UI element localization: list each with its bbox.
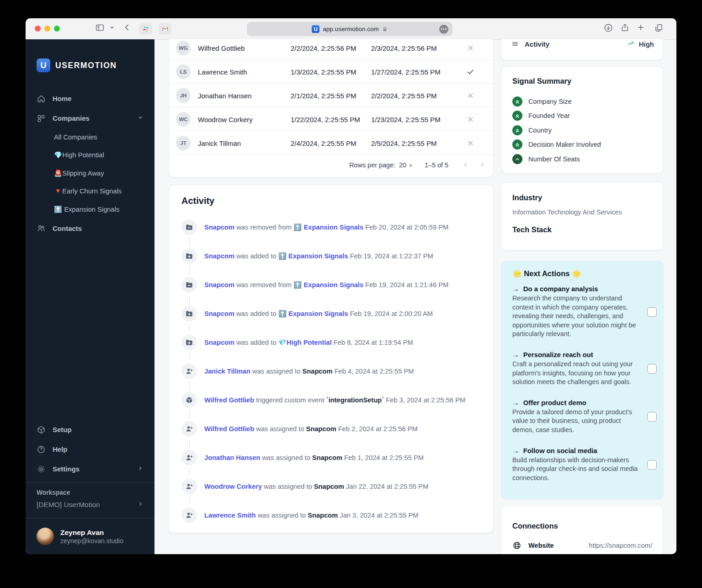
activity-link[interactable]: Snapcom: [204, 310, 234, 317]
zoom-window-button[interactable]: [54, 26, 60, 32]
check-icon[interactable]: [463, 67, 477, 76]
activity-timestamp: Feb 19, 2024 at 2:00:20 AM: [348, 310, 433, 317]
table-row[interactable]: LS Lawrence Smith 1/3/2024, 2:25:55 PM 1…: [169, 60, 493, 84]
sidebar-divider: [26, 518, 154, 519]
browser-toolbar: U app.usermotion.com: [26, 18, 676, 40]
sidebar-item-expansion-signals[interactable]: ⬆️ Expansion Signals: [26, 200, 154, 219]
activity-link[interactable]: Wilfred Gottlieb: [204, 396, 254, 404]
url-bar[interactable]: U app.usermotion.com: [247, 22, 452, 36]
x-icon[interactable]: [463, 115, 477, 123]
activity-link[interactable]: Janick Tillman: [204, 368, 250, 375]
activity-score-card: Activity High: [501, 39, 664, 60]
next-action-item: →Personalize reach out Craft a personali…: [512, 351, 657, 387]
x-icon[interactable]: [463, 44, 477, 52]
user-menu[interactable]: Zeynep Avan zeynep@kovan.studio: [26, 522, 154, 554]
next-action-checkbox[interactable]: [647, 412, 657, 422]
activity-link[interactable]: Expansion Signals: [288, 252, 348, 260]
activity-link[interactable]: Snapcom: [204, 224, 234, 231]
activity-timestamp: Feb 19, 2024 at 1:22:37 PM: [348, 252, 433, 260]
table-row[interactable]: WC Woodrow Corkery 1/22/2024, 2:25:55 PM…: [169, 107, 493, 131]
double-chevron-up-badge-icon: [512, 125, 522, 135]
sidebar-item-help[interactable]: Help: [26, 439, 154, 459]
share-icon[interactable]: [620, 23, 630, 32]
activity-link[interactable]: Expansion Signals: [288, 310, 348, 317]
signal-item: Founded Year: [512, 109, 654, 123]
activity-timestamp: Jan 3, 2024 at 2:25:55 PM: [338, 512, 418, 519]
activity-link[interactable]: Expansion Signals: [304, 224, 364, 231]
avatar: WG: [176, 41, 191, 55]
workspace-switcher[interactable]: [DEMO] UserMotion: [26, 496, 154, 514]
rows-per-page-select[interactable]: 20 ▾: [399, 161, 412, 169]
new-tab-icon[interactable]: [636, 23, 645, 32]
next-action-checkbox[interactable]: [647, 364, 657, 374]
next-action-item: →Offer product demo Provide a tailored d…: [512, 399, 657, 435]
toolbar-chevron-down-icon[interactable]: [109, 25, 115, 30]
activity-link[interactable]: Expansion Signals: [304, 281, 364, 289]
industry-title: Industry: [512, 193, 542, 202]
table-row[interactable]: WG Wilfred Gottlieb 2/2/2024, 2:25:56 PM…: [169, 39, 493, 60]
chevron-up-badge-icon: [512, 154, 522, 164]
gmail-icon[interactable]: [159, 23, 171, 35]
x-icon[interactable]: [463, 139, 477, 147]
previous-page-button[interactable]: [462, 161, 469, 170]
sidebar-toggle-icon[interactable]: [95, 23, 105, 32]
globe-icon: [512, 541, 521, 550]
contacts-table-card: WG Wilfred Gottlieb 2/2/2024, 2:25:56 PM…: [168, 39, 494, 177]
activity-link[interactable]: Wilfred Gottlieb: [204, 425, 254, 433]
user-plus-icon: [181, 421, 197, 437]
signal-label: Decision Maker Involved: [528, 141, 601, 148]
close-window-button[interactable]: [35, 26, 41, 32]
activity-item: Jonathan Hansen was assigned to Snapcom …: [181, 450, 486, 479]
x-icon[interactable]: [463, 91, 477, 99]
sidebar-item-slipping-away[interactable]: 🚨Slipping Away: [26, 164, 154, 182]
home-icon: [37, 94, 46, 103]
activity-link[interactable]: Snapcom: [204, 252, 234, 260]
website-label: Website: [528, 542, 554, 549]
next-action-description: Provide a tailored demo of your product'…: [512, 408, 632, 433]
sidebar-item-companies[interactable]: Companies: [26, 108, 154, 128]
url-more-icon[interactable]: [439, 25, 448, 34]
back-button[interactable]: [122, 23, 132, 32]
workspace-label: Workspace: [26, 486, 154, 496]
tab-overview-icon[interactable]: [654, 23, 664, 32]
activity-link[interactable]: Snapcom: [204, 281, 234, 289]
sidebar-item-early-churn-signals[interactable]: 🔻Early Churn Signals: [26, 182, 154, 201]
sidebar-item-settings[interactable]: Settings: [26, 459, 154, 479]
next-action-checkbox[interactable]: [647, 307, 657, 317]
next-action-description: Build relationships with decision-makers…: [512, 456, 638, 481]
slack-icon[interactable]: [139, 23, 152, 35]
sidebar-item-high-potential[interactable]: 💎High Potential: [26, 146, 154, 165]
sidebar-item-setup[interactable]: Setup: [26, 420, 154, 439]
activity-link[interactable]: Woodrow Corkery: [204, 483, 262, 490]
sidebar-item-all-companies[interactable]: All Companies: [26, 128, 154, 146]
minimize-window-button[interactable]: [44, 26, 50, 32]
traffic-lights[interactable]: [35, 26, 60, 32]
usermotion-logo: U USERMOTION: [37, 59, 117, 72]
table-row[interactable]: JT Janick Tillman 2/4/2024, 2:25:55 PM 2…: [169, 131, 493, 155]
activity-timestamp: Jan 22, 2024 at 2:25:55 PM: [344, 483, 429, 490]
activity-link[interactable]: Lawrence Smith: [204, 512, 256, 519]
activity-item: Woodrow Corkery was assigned to Snapcom …: [181, 479, 486, 508]
activity-link[interactable]: Jonathan Hansen: [204, 454, 260, 461]
activity-timestamp: Feb 19, 2024 at 1:21:46 PM: [363, 281, 448, 289]
table-row[interactable]: JH Jonathan Hansen 2/1/2024, 2:25:55 PM …: [169, 84, 493, 107]
activity-item: Lawrence Smith was assigned to Snapcom J…: [181, 508, 486, 523]
activity-item: Wilfred Gottlieb was assigned to Snapcom…: [181, 421, 486, 450]
website-url[interactable]: https://snapcom.com/: [589, 542, 652, 549]
sidebar-item-home[interactable]: Home: [26, 89, 154, 108]
activity-card: Activity Snapcom was removed from ⬆️ Exp…: [168, 185, 494, 533]
activity-text: ⬆️: [293, 281, 303, 289]
downloads-icon[interactable]: [603, 23, 613, 33]
first-date: 2/1/2024, 2:25:55 PM: [291, 91, 356, 99]
next-page-button[interactable]: [479, 161, 486, 170]
user-plus-icon: [181, 450, 197, 465]
activity-text: was added to: [234, 310, 278, 317]
activity-link[interactable]: Snapcom: [204, 339, 234, 346]
sidebar-item-contacts[interactable]: Contacts: [26, 219, 154, 238]
chevron-down-icon[interactable]: [137, 114, 144, 122]
folder-plus-icon: [181, 335, 197, 350]
contact-name: Wilfred Gottlieb: [198, 44, 245, 52]
avatar: JT: [176, 136, 191, 150]
next-action-checkbox[interactable]: [647, 460, 657, 470]
activity-link[interactable]: High Potential: [287, 339, 332, 346]
